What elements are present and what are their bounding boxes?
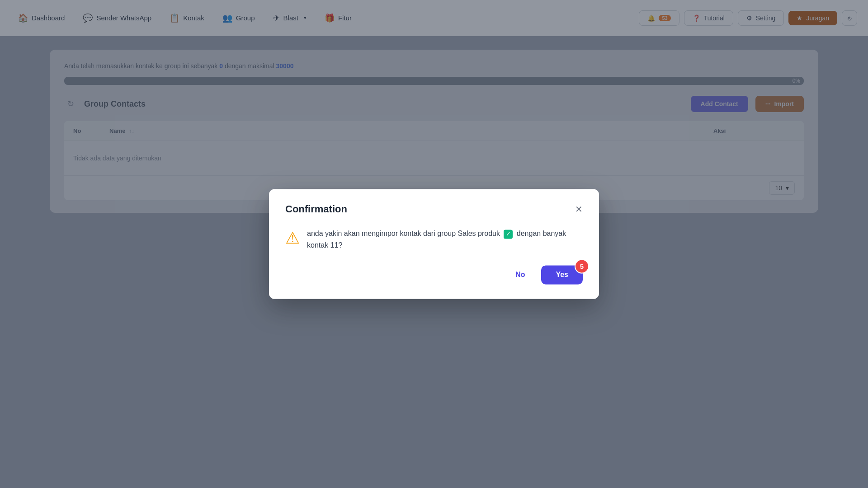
- confirmation-header: Confirmation ✕: [285, 203, 583, 215]
- confirmation-close-button[interactable]: ✕: [575, 205, 583, 214]
- confirmation-footer: No Yes 5: [285, 266, 583, 285]
- confirmation-message: anda yakin akan mengimpor kontak dari gr…: [307, 228, 583, 251]
- confirm-no-button[interactable]: No: [506, 267, 534, 284]
- warning-icon: ⚠: [285, 229, 300, 248]
- yes-button-wrapper: Yes 5: [541, 266, 583, 285]
- check-icon: ✓: [504, 230, 513, 239]
- step-badge: 5: [575, 259, 589, 274]
- confirmation-title: Confirmation: [285, 203, 347, 215]
- modal-overlay: Select Group Whatsapps ✕ Confirmation ✕ …: [0, 0, 868, 488]
- confirmation-body: ⚠ anda yakin akan mengimpor kontak dari …: [285, 228, 583, 251]
- confirmation-modal: Confirmation ✕ ⚠ anda yakin akan mengimp…: [269, 189, 599, 299]
- confirm-prefix: anda yakin akan mengimpor kontak dari gr…: [307, 230, 502, 237]
